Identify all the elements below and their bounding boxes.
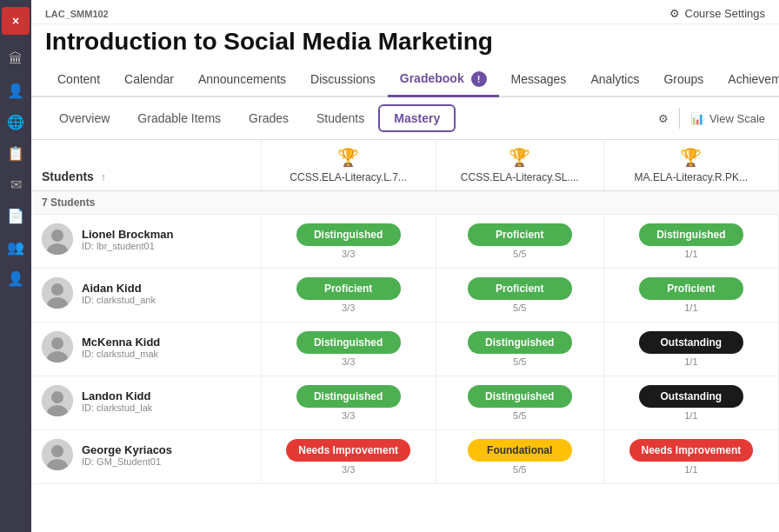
student-cell-1: Aidan Kidd ID: clarkstud_ank [31, 269, 261, 323]
course-settings-button[interactable]: ⚙ Course Settings [669, 7, 766, 20]
score-cell-3-0: Distinguished 3/3 [261, 376, 436, 430]
score-fraction: 5/5 [447, 356, 593, 367]
score-badge: Needs Improvement [629, 439, 754, 462]
student-name: Landon Kidd [82, 389, 152, 402]
col3-header: 🏆 MA.ELA-Literacy.R.PK... [603, 140, 778, 191]
score-fraction: 5/5 [447, 303, 593, 313]
score-cell-4-1: Foundational 5/5 [436, 430, 603, 484]
score-badge: Distinguished [639, 223, 743, 246]
score-fraction: 3/3 [272, 410, 425, 421]
sub-nav: Overview Gradable Items Grades Students … [31, 97, 779, 140]
tab-gradebook[interactable]: Gradebook ! [388, 63, 499, 96]
score-badge: Distinguished [296, 385, 401, 408]
course-code: LAC_SMM102 [45, 9, 109, 19]
tab-messages[interactable]: Messages [499, 63, 579, 95]
score-cell-0-2: Distinguished 1/1 [603, 215, 778, 269]
sidebar-icon-mail[interactable]: ✉ [2, 170, 30, 198]
sub-nav-actions: ⚙ 📊 View Scale [658, 108, 765, 129]
score-fraction: 3/3 [272, 249, 425, 259]
score-fraction: 5/5 [447, 464, 593, 475]
svg-point-4 [51, 283, 63, 296]
score-fraction: 1/1 [615, 249, 768, 259]
student-id: ID: lbr_student01 [82, 241, 173, 251]
sidebar-icon-groups[interactable]: 👥 [2, 233, 30, 261]
tab-groups[interactable]: Groups [651, 63, 716, 95]
student-name: McKenna Kidd [82, 336, 160, 349]
sidebar-icon-user[interactable]: 👤 [2, 76, 30, 104]
table-row[interactable]: Landon Kidd ID: clarkstud_lak Distinguis… [31, 376, 779, 430]
student-id: ID: clarkstud_ank [82, 295, 156, 305]
subnav-students[interactable]: Students [303, 106, 378, 130]
subnav-gradable-items[interactable]: Gradable Items [123, 106, 235, 130]
close-button[interactable]: × [2, 7, 30, 35]
trophy-icon-col1: 🏆 [272, 147, 425, 168]
score-cell-0-1: Proficient 5/5 [436, 215, 603, 269]
bar-chart-icon: 📊 [690, 112, 704, 125]
student-name: George Kyriacos [82, 443, 172, 456]
trophy-icon-col3: 🏆 [615, 147, 768, 168]
score-cell-2-0: Distinguished 3/3 [261, 323, 436, 376]
sidebar-icon-document[interactable]: 📄 [2, 202, 30, 229]
score-badge: Outstanding [639, 331, 743, 354]
score-cell-3-1: Distinguished 5/5 [436, 376, 603, 430]
sidebar-icon-gradebook[interactable]: 📋 [2, 139, 30, 167]
sidebar: × 🏛 👤 🌐 📋 ✉ 📄 👥 👤 [0, 0, 31, 532]
score-badge: Proficient [468, 223, 572, 246]
student-id: ID: GM_Student01 [82, 456, 172, 467]
sidebar-icon-institution[interactable]: 🏛 [2, 45, 30, 73]
score-fraction: 1/1 [615, 464, 768, 475]
score-cell-4-0: Needs Improvement 3/3 [261, 430, 436, 484]
table-row[interactable]: Lionel Brockman ID: lbr_student01 Distin… [31, 215, 779, 269]
tab-content[interactable]: Content [45, 63, 112, 95]
svg-point-1 [51, 229, 63, 242]
score-badge: Distinguished [468, 385, 572, 408]
subnav-grades[interactable]: Grades [235, 106, 303, 130]
score-fraction: 1/1 [615, 303, 768, 313]
score-fraction: 5/5 [447, 410, 593, 421]
tab-announcements[interactable]: Announcements [186, 63, 298, 95]
student-cell-4: George Kyriacos ID: GM_Student01 [31, 430, 261, 484]
avatar [42, 277, 73, 309]
students-column-header: Students ↑ [31, 140, 261, 191]
table-row[interactable]: Aidan Kidd ID: clarkstud_ank Proficient … [31, 269, 779, 323]
score-fraction: 3/3 [272, 464, 425, 475]
avatar [42, 331, 73, 362]
score-cell-0-0: Distinguished 3/3 [261, 215, 436, 269]
score-badge: Distinguished [296, 223, 401, 246]
score-badge: Foundational [468, 439, 572, 462]
score-badge: Proficient [296, 277, 401, 300]
mastery-table-wrapper[interactable]: Students ↑ 🏆 CCSS.ELA-Literacy.L.7... 🏆 … [31, 140, 779, 532]
col2-header: 🏆 CCSS.ELA-Literacy.SL.... [436, 140, 603, 191]
student-cell-3: Landon Kidd ID: clarkstud_lak [31, 376, 261, 430]
score-cell-1-2: Proficient 1/1 [603, 269, 778, 323]
avatar [42, 439, 73, 470]
avatar [42, 223, 73, 255]
tab-discussions[interactable]: Discussions [298, 63, 388, 95]
trophy-icon-col2: 🏆 [447, 147, 593, 168]
table-row[interactable]: McKenna Kidd ID: clarkstud_mak Distingui… [31, 323, 779, 376]
top-header: LAC_SMM102 ⚙ Course Settings [31, 0, 779, 24]
subnav-overview[interactable]: Overview [45, 106, 123, 130]
sidebar-icon-person[interactable]: 👤 [2, 264, 30, 292]
student-count-row: 7 Students [31, 191, 779, 215]
score-cell-1-1: Proficient 5/5 [436, 269, 603, 323]
tab-achievements[interactable]: Achievements [716, 63, 779, 95]
score-badge: Proficient [468, 277, 572, 300]
score-fraction: 1/1 [615, 356, 768, 367]
score-cell-2-1: Distinguished 5/5 [436, 323, 603, 376]
gear-icon: ⚙ [669, 7, 680, 20]
student-id: ID: clarkstud_lak [82, 402, 152, 413]
sidebar-icon-globe[interactable]: 🌐 [2, 108, 30, 136]
score-badge: Distinguished [296, 331, 401, 354]
score-badge: Outstanding [639, 385, 743, 408]
view-scale-button[interactable]: 📊 View Scale [690, 112, 765, 125]
score-cell-1-0: Proficient 3/3 [261, 269, 436, 323]
tab-calendar[interactable]: Calendar [112, 63, 186, 95]
subnav-mastery[interactable]: Mastery [378, 104, 456, 132]
settings-gear-button[interactable]: ⚙ [658, 112, 669, 125]
tab-analytics[interactable]: Analytics [578, 63, 651, 95]
svg-point-10 [51, 391, 63, 403]
score-cell-4-2: Needs Improvement 1/1 [603, 430, 778, 484]
table-row[interactable]: George Kyriacos ID: GM_Student01 Needs I… [31, 430, 779, 484]
sort-arrow-icon[interactable]: ↑ [101, 171, 106, 183]
